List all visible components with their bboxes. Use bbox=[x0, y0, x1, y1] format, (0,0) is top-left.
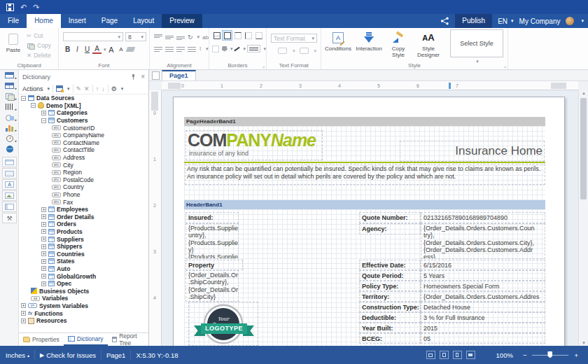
tree-item[interactable]: +Orders bbox=[19, 220, 148, 228]
field-label-cell[interactable]: Qoute Period: bbox=[359, 270, 421, 281]
vertical-scrollbar[interactable]: ▲ ▼ bbox=[578, 90, 588, 346]
tree-item[interactable]: +Auto bbox=[19, 265, 148, 273]
header-band-bar[interactable]: HeaderBand1 bbox=[184, 200, 545, 209]
field-value-cell[interactable]: 2015 bbox=[421, 323, 545, 333]
line-spacing-icon[interactable]: ↕ bbox=[199, 46, 202, 52]
view-mode-one-page-button[interactable] bbox=[453, 351, 462, 359]
scroll-up-icon[interactable]: ▲ bbox=[582, 91, 586, 95]
bold-button[interactable]: B bbox=[63, 45, 72, 54]
border-left-button[interactable] bbox=[243, 30, 253, 41]
tab-properties[interactable]: Properties bbox=[19, 333, 64, 346]
fill-color-icon[interactable] bbox=[222, 46, 227, 52]
clear-format-icon[interactable] bbox=[125, 47, 135, 52]
view-mode-page-height-button[interactable] bbox=[440, 351, 449, 359]
tree-item[interactable]: +x=System Variables bbox=[19, 302, 148, 310]
table-component-button[interactable]: ▸ bbox=[0, 80, 19, 91]
page-header-band-bar[interactable]: PageHeaderBand1 bbox=[184, 117, 545, 126]
general-format-icon[interactable] bbox=[278, 48, 287, 54]
border-style-select[interactable] bbox=[247, 45, 260, 52]
tree-item[interactable]: +Employees bbox=[19, 206, 148, 214]
tree-item[interactable]: aaVariables bbox=[19, 295, 148, 302]
new-page-icon[interactable] bbox=[152, 71, 160, 80]
tree-item[interactable]: Business Objects bbox=[19, 287, 148, 295]
custom-format-icon[interactable] bbox=[300, 48, 309, 54]
tree-item[interactable]: −Customers bbox=[19, 117, 148, 125]
tree-item[interactable]: abcCity bbox=[19, 161, 148, 169]
border-outside-button[interactable] bbox=[222, 30, 232, 41]
chevron-down-icon[interactable]: ▾ bbox=[104, 47, 106, 52]
shape-component-button[interactable]: ▸ bbox=[0, 112, 19, 122]
delete-button[interactable]: ✕ Delete bbox=[27, 50, 51, 60]
tab-page[interactable]: Page bbox=[94, 14, 125, 28]
field-label-cell[interactable]: Effective Date: bbox=[359, 260, 421, 270]
tab-dictionary[interactable]: Dictionary bbox=[64, 333, 108, 346]
font-color-button[interactable]: A bbox=[92, 46, 102, 54]
border-color-icon[interactable] bbox=[234, 46, 241, 51]
tree-item[interactable]: +fxFunctions bbox=[19, 309, 148, 317]
font-family-select[interactable]: ▾ bbox=[63, 32, 123, 41]
grow-font-button[interactable]: A bbox=[107, 45, 116, 54]
font-size-select[interactable]: 8▾ bbox=[125, 32, 146, 41]
tree-item[interactable]: abcCountry bbox=[19, 183, 148, 191]
tools-button[interactable]: ⚒ bbox=[2, 213, 17, 223]
panel-component-button[interactable] bbox=[2, 202, 17, 212]
tree-item[interactable]: abcFax bbox=[19, 198, 148, 206]
quote-number-value-cell[interactable]: 021321657890168989704890 bbox=[421, 212, 545, 223]
border-top-button[interactable] bbox=[232, 30, 243, 41]
insured-label-cell[interactable]: Insured: bbox=[186, 212, 239, 223]
header-band-button[interactable] bbox=[2, 157, 17, 167]
field-value-cell[interactable]: Detached House bbox=[421, 302, 545, 312]
tree-item[interactable]: abcAddress bbox=[19, 154, 148, 162]
report-title-component[interactable]: Insurance Home bbox=[400, 141, 545, 162]
field-value-cell[interactable]: Homeowners Special Form bbox=[421, 281, 545, 291]
tree-item[interactable]: +Suppliers bbox=[19, 235, 148, 243]
account-name[interactable]: My Company bbox=[519, 18, 561, 25]
move-down-icon[interactable]: ↓ bbox=[102, 85, 105, 92]
tab-preview[interactable]: Preview bbox=[162, 14, 202, 28]
field-label-cell[interactable]: Year Built: bbox=[359, 323, 421, 333]
units-selector[interactable]: Inches ▴ bbox=[6, 351, 29, 359]
field-label-cell[interactable]: BCEG: bbox=[359, 333, 421, 344]
undo-icon[interactable]: ↶ bbox=[20, 0, 27, 14]
edit-icon[interactable]: ✎ bbox=[76, 85, 82, 92]
tab-home[interactable]: Home bbox=[27, 14, 61, 28]
view-mode-page-width-button[interactable] bbox=[426, 351, 435, 359]
tree-item[interactable]: abcPhone bbox=[19, 191, 148, 199]
check-for-issues-button[interactable]: ▶ Check for Issues bbox=[40, 351, 96, 359]
zoom-out-button[interactable]: − bbox=[523, 351, 527, 359]
tree-item[interactable]: −Data Sources bbox=[19, 94, 148, 102]
field-label-cell[interactable]: Policy Type: bbox=[359, 281, 421, 291]
underline-button[interactable]: U bbox=[83, 45, 92, 54]
tree-item[interactable]: +Resources bbox=[19, 317, 148, 325]
data-band-button[interactable] bbox=[2, 168, 17, 178]
view-mode-multi-page-button[interactable] bbox=[466, 351, 475, 359]
border-bottom-button[interactable] bbox=[253, 30, 264, 41]
copy-button[interactable]: Copy bbox=[27, 41, 51, 50]
image-component-button[interactable] bbox=[2, 190, 17, 201]
share-icon[interactable] bbox=[440, 17, 449, 25]
align-justify-icon[interactable] bbox=[188, 46, 196, 52]
field-label-cell[interactable]: Territory: bbox=[359, 291, 421, 302]
report-page[interactable]: PageHeaderBand1 HeaderBand1 COMPANYName … bbox=[173, 97, 565, 346]
interaction-button[interactable]: Interaction bbox=[354, 29, 384, 64]
border-all-button[interactable] bbox=[211, 30, 222, 41]
quote-number-label-cell[interactable]: Quote Number: bbox=[359, 212, 421, 223]
tree-item[interactable]: abcPostalCode bbox=[19, 176, 148, 184]
chart-component-button[interactable]: ▸ bbox=[0, 122, 19, 133]
text-format-select[interactable]: Text Format▾ bbox=[271, 34, 317, 43]
tree-item[interactable]: abcContactName bbox=[19, 139, 148, 147]
tree-item[interactable]: +Opec bbox=[19, 280, 148, 288]
band-component-button[interactable]: ▸ bbox=[0, 70, 19, 80]
page-tab[interactable]: Page1 bbox=[162, 70, 196, 80]
conditions-button[interactable]: A Conditions bbox=[323, 29, 354, 64]
align-top-icon[interactable] bbox=[154, 34, 162, 40]
tree-item[interactable]: abcCompanyName bbox=[19, 132, 148, 139]
redo-icon[interactable]: ↷ bbox=[33, 0, 39, 14]
italic-button[interactable]: I bbox=[73, 45, 82, 54]
word-wrap-icon[interactable]: ab bbox=[202, 34, 209, 41]
copy-style-button[interactable]: Copy Style bbox=[384, 29, 412, 64]
field-value-cell[interactable]: 05 bbox=[421, 333, 545, 344]
save-icon[interactable] bbox=[6, 4, 14, 11]
new-item-button[interactable] bbox=[56, 85, 63, 92]
zoom-slider[interactable] bbox=[532, 355, 568, 356]
